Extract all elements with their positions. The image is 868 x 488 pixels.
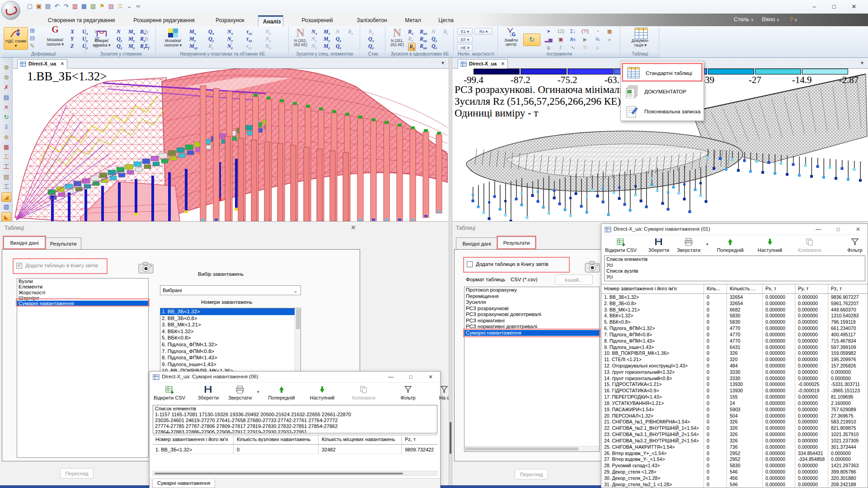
arrow-down-icon[interactable]: ⇩ [1,123,11,132]
ribbon-symbol-Rx[interactable]: Rx [408,28,413,36]
table-row[interactable]: 3. ВВ_МК<1.21>066820.0000000.000000449.6… [601,307,868,313]
ribbon-symbol-Nx[interactable]: Nx [311,28,317,36]
toolbar-Попередній[interactable]: Попередній [712,237,749,253]
toolbar-Відкрити CSV[interactable]: Відкрити CSV [602,237,639,253]
import-icon[interactable]: ▣ [34,2,43,11]
add-to-report-checkbox[interactable]: ✓ [16,263,22,269]
load-numbers-list[interactable]: 1. ВВ_ЗБ<1.32>2. ВВ_ЗБ<0.8>3. ВВ_МК<1.21… [160,308,301,375]
ribbon-symbol-Qy[interactable]: Qy [336,36,341,43]
tool-highlighted-icon[interactable]: ↻ [523,33,540,46]
table-row[interactable]: 13. ґрунт горизонтальний<1.32>033300.000… [601,369,868,375]
hat-icon[interactable]: ⌂ [593,44,602,51]
ribbon-symbol-Z[interactable]: Z [70,43,74,50]
ibeam-gray-icon[interactable]: 工 [1,182,11,192]
rotate-icon[interactable]: ↻ [1,113,11,122]
table-row[interactable]: 24. СНІГОВА_№3.2_ВНУТРІШНІЙ_2<1.54>03260… [601,437,868,444]
table-row[interactable]: 2. ВВ_ЗБ<0.8>0326540.0000000.0000005961.… [601,300,868,307]
list-item[interactable]: Жорсткості [17,290,148,295]
table-row[interactable]: 22. СНІГОВА_№2.1_ВНУТРІШНІЙ_1<1.54>03260… [601,425,868,431]
ribbon-symbol-Qy[interactable]: Qy [432,36,437,43]
minimize-button[interactable]: — [381,372,400,383]
list-item[interactable]: Переміщення [464,293,599,300]
spec-elements-n-button[interactable]: NN (252, 262 КЕ) [291,27,310,47]
table-row[interactable]: 23. СНІГОВА_№3.1_ВНУТРІШНІЙ_2<1.54>03260… [601,431,868,437]
horizontal-scrollbar[interactable] [153,471,437,476]
sum-icon[interactable]: Σ↓ [568,28,577,35]
ribbon-symbol-Ry[interactable]: Ry [408,36,413,43]
column-header[interactable]: Px, т [763,285,794,291]
toolbar-Фільтр[interactable]: Фільтр [389,385,427,400]
list-item[interactable]: 6. Підлога_ФПМ<1.32> [160,341,300,348]
list-item[interactable]: Вузли [17,279,148,284]
app-logo[interactable] [1,1,20,20]
toolbar-Наступний[interactable]: Наступний [751,237,788,253]
window06-titlebar[interactable]: Direct-X_ua: Сумарні навантаження (06) —… [150,372,440,383]
ibeam-orange-icon[interactable]: 工 [1,153,11,162]
fork-icon[interactable]: ψ [544,44,553,51]
new-file-icon[interactable]: ▢ [25,2,34,11]
toolbar-Зверстати[interactable]: Зверстати [221,385,259,400]
stiffness-button-Rx[interactable]: Rx ▾ [474,28,493,35]
list-item[interactable]: 5. ВБК<0.8> [160,335,300,341]
ribbon-symbol-Rz[interactable]: Rz [208,43,213,50]
toolbar-Фільтр[interactable]: Фільтр [836,237,868,253]
element-box-icon[interactable]: ▦ [1,143,11,152]
deform-icon-1[interactable]: ⊟ [30,35,41,42]
right-viewport-tab[interactable]: Direct-X_ua✕ [458,59,508,69]
toolbar-Копіювати[interactable]: Копіювати [345,385,383,400]
ribbon-symbol-Nа[interactable]: Nа [265,36,271,43]
style-menu[interactable]: Стиль ∨ [734,16,754,23]
pages-icon[interactable]: ▤ [1,93,11,102]
ribbon-symbol-Rz[interactable]: Rz [348,28,353,36]
ribbon-symbol-Qz[interactable]: Qz [368,43,374,50]
table-row[interactable]: 30. Декор_стеля_2<1.28>04560.0000000.000… [601,475,868,481]
ribbon-symbol-Ny[interactable]: Ny [311,36,317,43]
epury-mosaic-button[interactable]: Епюри/мозаїка ▾ [89,27,115,50]
tab-list-dropdown-icon[interactable]: ▼ [860,60,864,65]
splitter-handle[interactable] [450,422,451,454]
table-row[interactable]: 14. ґрунт горизонтальний<0.8>033300.0000… [601,375,868,381]
settings-edit-icon[interactable]: ⚙ [1,63,11,73]
column-header[interactable]: Pz, т [828,285,868,291]
left-viewport-canvas[interactable]: 1.ВВ_ЗБ<1.32> [13,69,449,221]
elements-list-box[interactable]: Список елементівУсіСписок вузлівУсі [604,256,865,281]
ribbon-symbol-My[interactable]: My [324,36,330,43]
brick-icon[interactable]: ▤ [1,172,11,182]
lock2-icon[interactable]: ⚿ [581,44,590,51]
ribbon-symbol-Qy[interactable]: Qy [208,36,214,43]
tables-category-list[interactable]: ВузлиЕлементиЖорсткостіШарніриСумарні на… [17,278,149,458]
tab-results[interactable]: Результати [497,237,535,249]
help-menu[interactable]: ? ∨ [790,16,798,23]
maximize-button[interactable]: □ [824,0,844,13]
delete-marks-icon[interactable]: ✗ [1,83,11,93]
ribbon-symbol-Nz[interactable]: Nz [227,43,233,50]
app-tab-Цегла[interactable]: Цегла [433,15,459,26]
tab-results[interactable]: Результати [45,237,81,249]
preview-button[interactable]: Перегляд [60,468,94,479]
ribbon-symbol-Qz[interactable]: Qz [336,43,341,50]
ribbon-symbol-fy[interactable]: fy [145,28,149,35]
ribbon-symbol-N[interactable]: N [432,28,436,35]
maximize-button[interactable]: □ [401,372,420,383]
list-item[interactable]: 2. ВВ_ЗБ<0.8> [160,315,300,322]
ribbon-symbol-Mz[interactable]: Mz [128,43,135,50]
column-header[interactable]: Номер завантаження і його ім'я [153,436,233,442]
close-button[interactable]: ✕ [421,372,440,383]
table-row[interactable]: 1. ВВ_ЗБ<1.32>0324829809.732422 [153,445,437,454]
vertical-splitter[interactable] [449,58,452,488]
book-red-icon[interactable]: ▥ [70,2,80,11]
close-button[interactable]: ✕ [849,224,868,235]
ribbon-symbol-Rz[interactable]: Rz [443,28,448,36]
scrollbar-thumb[interactable] [296,309,300,329]
package-icon[interactable]: ▨ [107,2,116,11]
table-row[interactable]: 29. Декор_стеля <1.28>05460.0000000.0000… [601,469,868,475]
flag-icon[interactable]: ⚑ [98,2,107,11]
window-menu[interactable]: Вікно ∨ [762,16,779,23]
ribbon-symbol-Mx[interactable]: Mx [324,28,330,36]
toolbar-Наступний[interactable]: Наступний [303,385,341,400]
table-row[interactable]: 6. Підлога_ФПМ<1.32>047700.0000000.00000… [601,325,868,331]
ribbon-symbol-Ruy[interactable]: Ruy [420,36,427,43]
table-row[interactable]: 11. СТЕЛІ <1.21>03200.0000000.000000195.… [601,356,868,363]
deform-icon-2[interactable]: ✎ [30,42,41,50]
list-item[interactable]: 3. ВВ_МК<1.21> [160,321,300,328]
